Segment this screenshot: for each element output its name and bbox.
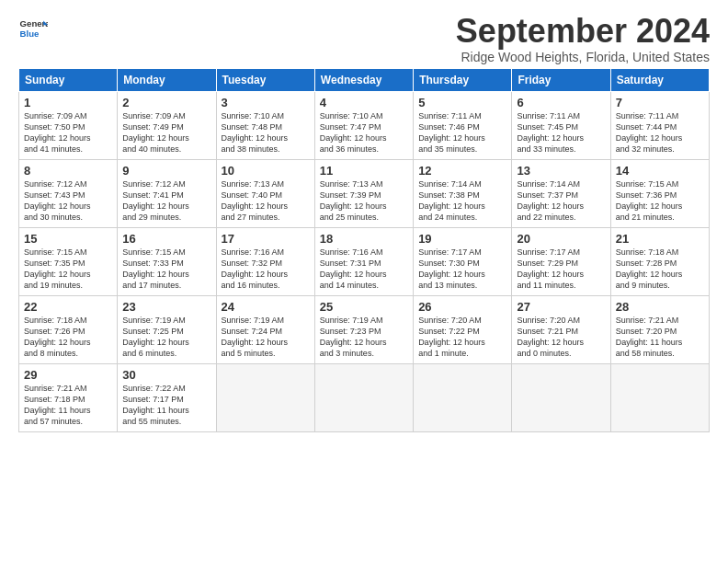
- day-number: 11: [320, 164, 408, 178]
- calendar-cell: 20Sunrise: 7:17 AM Sunset: 7:29 PM Dayli…: [512, 228, 610, 296]
- calendar-cell: 15Sunrise: 7:15 AM Sunset: 7:35 PM Dayli…: [19, 228, 118, 296]
- day-info: Sunrise: 7:15 AM Sunset: 7:35 PM Dayligh…: [24, 247, 112, 292]
- day-number: 13: [517, 164, 605, 178]
- day-number: 8: [24, 164, 112, 178]
- calendar-cell: 5Sunrise: 7:11 AM Sunset: 7:46 PM Daylig…: [414, 92, 512, 160]
- calendar-cell: 6Sunrise: 7:11 AM Sunset: 7:45 PM Daylig…: [512, 92, 610, 160]
- calendar-cell: 9Sunrise: 7:12 AM Sunset: 7:41 PM Daylig…: [118, 160, 216, 228]
- calendar-cell: 3Sunrise: 7:10 AM Sunset: 7:48 PM Daylig…: [216, 92, 314, 160]
- day-info: Sunrise: 7:11 AM Sunset: 7:44 PM Dayligh…: [616, 110, 704, 155]
- calendar-cell: [512, 364, 610, 432]
- calendar-cell: 10Sunrise: 7:13 AM Sunset: 7:40 PM Dayli…: [216, 160, 314, 228]
- day-number: 20: [517, 232, 605, 246]
- calendar-cell: 14Sunrise: 7:15 AM Sunset: 7:36 PM Dayli…: [610, 160, 709, 228]
- calendar-cell: [414, 364, 512, 432]
- day-number: 4: [320, 96, 408, 109]
- day-info: Sunrise: 7:13 AM Sunset: 7:39 PM Dayligh…: [320, 178, 408, 224]
- day-number: 9: [122, 164, 210, 178]
- calendar-cell: 29Sunrise: 7:21 AM Sunset: 7:18 PM Dayli…: [19, 364, 118, 432]
- month-title: September 2024: [456, 15, 710, 48]
- day-info: Sunrise: 7:13 AM Sunset: 7:40 PM Dayligh…: [222, 178, 310, 224]
- col-monday: Monday: [118, 69, 216, 92]
- day-number: 2: [122, 96, 210, 109]
- day-info: Sunrise: 7:22 AM Sunset: 7:17 PM Dayligh…: [122, 383, 210, 428]
- logo-icon: General Blue: [18, 15, 48, 44]
- day-number: 5: [418, 96, 506, 109]
- calendar-week-2: 8Sunrise: 7:12 AM Sunset: 7:43 PM Daylig…: [19, 160, 710, 228]
- col-thursday: Thursday: [414, 69, 512, 92]
- calendar-cell: 24Sunrise: 7:19 AM Sunset: 7:24 PM Dayli…: [216, 296, 314, 364]
- day-number: 23: [122, 300, 210, 314]
- day-info: Sunrise: 7:21 AM Sunset: 7:20 PM Dayligh…: [616, 315, 704, 360]
- col-tuesday: Tuesday: [216, 69, 314, 92]
- calendar-cell: 12Sunrise: 7:14 AM Sunset: 7:38 PM Dayli…: [414, 160, 512, 228]
- calendar-cell: 26Sunrise: 7:20 AM Sunset: 7:22 PM Dayli…: [414, 296, 512, 364]
- day-number: 25: [320, 300, 408, 314]
- page-container: General Blue September 2024 Ridge Wood H…: [0, 0, 728, 442]
- header-row: Sunday Monday Tuesday Wednesday Thursday…: [19, 69, 710, 92]
- calendar-cell: 25Sunrise: 7:19 AM Sunset: 7:23 PM Dayli…: [314, 296, 413, 364]
- location-subtitle: Ridge Wood Heights, Florida, United Stat…: [456, 50, 710, 64]
- day-info: Sunrise: 7:17 AM Sunset: 7:30 PM Dayligh…: [418, 247, 506, 292]
- day-info: Sunrise: 7:16 AM Sunset: 7:31 PM Dayligh…: [320, 247, 408, 292]
- day-info: Sunrise: 7:18 AM Sunset: 7:28 PM Dayligh…: [616, 247, 704, 292]
- day-number: 19: [418, 232, 506, 246]
- day-info: Sunrise: 7:09 AM Sunset: 7:50 PM Dayligh…: [24, 110, 112, 155]
- day-number: 7: [616, 96, 704, 109]
- calendar-cell: 13Sunrise: 7:14 AM Sunset: 7:37 PM Dayli…: [512, 160, 610, 228]
- day-number: 27: [517, 300, 605, 314]
- day-info: Sunrise: 7:20 AM Sunset: 7:21 PM Dayligh…: [517, 315, 605, 360]
- col-friday: Friday: [512, 69, 610, 92]
- calendar-cell: 21Sunrise: 7:18 AM Sunset: 7:28 PM Dayli…: [610, 228, 709, 296]
- calendar-cell: 4Sunrise: 7:10 AM Sunset: 7:47 PM Daylig…: [314, 92, 413, 160]
- calendar-week-4: 22Sunrise: 7:18 AM Sunset: 7:26 PM Dayli…: [19, 296, 710, 364]
- day-info: Sunrise: 7:20 AM Sunset: 7:22 PM Dayligh…: [418, 315, 506, 360]
- day-info: Sunrise: 7:12 AM Sunset: 7:41 PM Dayligh…: [122, 178, 210, 224]
- day-number: 1: [24, 96, 112, 109]
- day-number: 10: [222, 164, 310, 178]
- calendar-cell: 23Sunrise: 7:19 AM Sunset: 7:25 PM Dayli…: [118, 296, 216, 364]
- svg-text:Blue: Blue: [20, 29, 40, 39]
- day-number: 16: [122, 232, 210, 246]
- day-info: Sunrise: 7:18 AM Sunset: 7:26 PM Dayligh…: [24, 315, 112, 360]
- day-info: Sunrise: 7:14 AM Sunset: 7:38 PM Dayligh…: [418, 178, 506, 224]
- calendar-cell: 1Sunrise: 7:09 AM Sunset: 7:50 PM Daylig…: [19, 92, 118, 160]
- day-number: 30: [122, 368, 210, 382]
- day-number: 6: [517, 96, 605, 109]
- calendar-cell: 27Sunrise: 7:20 AM Sunset: 7:21 PM Dayli…: [512, 296, 610, 364]
- day-info: Sunrise: 7:19 AM Sunset: 7:25 PM Dayligh…: [122, 315, 210, 360]
- day-number: 29: [24, 368, 112, 382]
- day-info: Sunrise: 7:14 AM Sunset: 7:37 PM Dayligh…: [517, 178, 605, 224]
- day-info: Sunrise: 7:10 AM Sunset: 7:47 PM Dayligh…: [320, 110, 408, 155]
- day-info: Sunrise: 7:11 AM Sunset: 7:46 PM Dayligh…: [418, 110, 506, 155]
- calendar-cell: 11Sunrise: 7:13 AM Sunset: 7:39 PM Dayli…: [314, 160, 413, 228]
- calendar-week-5: 29Sunrise: 7:21 AM Sunset: 7:18 PM Dayli…: [19, 364, 710, 432]
- calendar-cell: 30Sunrise: 7:22 AM Sunset: 7:17 PM Dayli…: [118, 364, 216, 432]
- day-info: Sunrise: 7:15 AM Sunset: 7:33 PM Dayligh…: [122, 247, 210, 292]
- day-number: 26: [418, 300, 506, 314]
- day-number: 21: [616, 232, 704, 246]
- calendar-week-1: 1Sunrise: 7:09 AM Sunset: 7:50 PM Daylig…: [19, 92, 710, 160]
- calendar-cell: [314, 364, 413, 432]
- col-saturday: Saturday: [610, 69, 709, 92]
- day-info: Sunrise: 7:19 AM Sunset: 7:24 PM Dayligh…: [222, 315, 310, 360]
- day-number: 22: [24, 300, 112, 314]
- calendar-week-3: 15Sunrise: 7:15 AM Sunset: 7:35 PM Dayli…: [19, 228, 710, 296]
- logo: General Blue: [18, 15, 48, 44]
- day-info: Sunrise: 7:15 AM Sunset: 7:36 PM Dayligh…: [616, 178, 704, 224]
- day-info: Sunrise: 7:10 AM Sunset: 7:48 PM Dayligh…: [222, 110, 310, 155]
- calendar-cell: 16Sunrise: 7:15 AM Sunset: 7:33 PM Dayli…: [118, 228, 216, 296]
- calendar-cell: 17Sunrise: 7:16 AM Sunset: 7:32 PM Dayli…: [216, 228, 314, 296]
- header: General Blue September 2024 Ridge Wood H…: [18, 15, 710, 64]
- day-number: 18: [320, 232, 408, 246]
- calendar-table: Sunday Monday Tuesday Wednesday Thursday…: [18, 68, 710, 432]
- day-info: Sunrise: 7:16 AM Sunset: 7:32 PM Dayligh…: [222, 247, 310, 292]
- calendar-cell: 28Sunrise: 7:21 AM Sunset: 7:20 PM Dayli…: [610, 296, 709, 364]
- day-number: 17: [222, 232, 310, 246]
- title-area: September 2024 Ridge Wood Heights, Flori…: [456, 15, 710, 64]
- day-number: 14: [616, 164, 704, 178]
- calendar-cell: 22Sunrise: 7:18 AM Sunset: 7:26 PM Dayli…: [19, 296, 118, 364]
- day-info: Sunrise: 7:09 AM Sunset: 7:49 PM Dayligh…: [122, 110, 210, 155]
- col-wednesday: Wednesday: [314, 69, 413, 92]
- day-info: Sunrise: 7:17 AM Sunset: 7:29 PM Dayligh…: [517, 247, 605, 292]
